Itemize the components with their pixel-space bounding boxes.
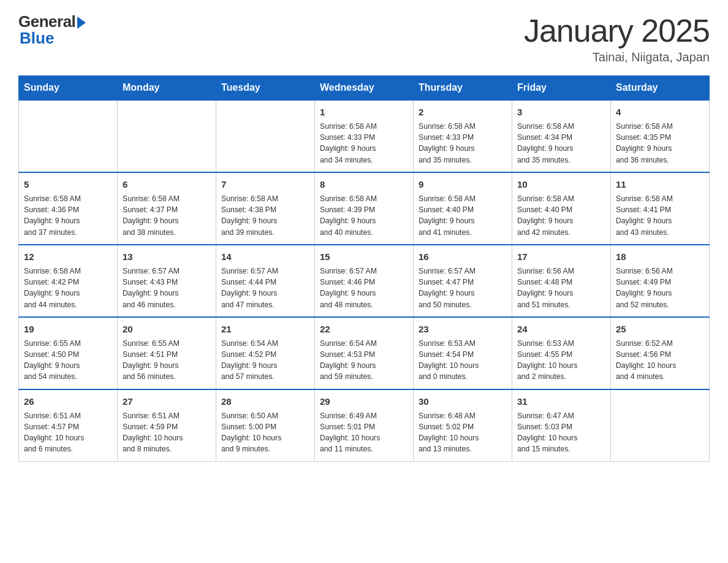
day-number: 6 <box>123 178 211 191</box>
day-cell-21: 21Sunrise: 6:54 AM Sunset: 4:52 PM Dayli… <box>216 317 315 389</box>
day-info: Sunrise: 6:58 AM Sunset: 4:33 PM Dayligh… <box>320 122 377 164</box>
day-cell-25: 25Sunrise: 6:52 AM Sunset: 4:56 PM Dayli… <box>611 317 710 389</box>
header-cell-sunday: Sunday <box>19 76 118 101</box>
day-cell-18: 18Sunrise: 6:56 AM Sunset: 4:49 PM Dayli… <box>611 245 710 317</box>
day-cell-1: 1Sunrise: 6:58 AM Sunset: 4:33 PM Daylig… <box>315 100 414 172</box>
day-cell-16: 16Sunrise: 6:57 AM Sunset: 4:47 PM Dayli… <box>414 245 512 317</box>
day-info: Sunrise: 6:49 AM Sunset: 5:01 PM Dayligh… <box>320 412 380 454</box>
day-number: 19 <box>24 323 112 336</box>
logo-blue-text: Blue <box>18 29 54 48</box>
calendar-title: January 2025 <box>524 12 710 49</box>
day-number: 27 <box>123 395 211 408</box>
day-number: 21 <box>221 323 309 336</box>
day-info: Sunrise: 6:58 AM Sunset: 4:40 PM Dayligh… <box>419 194 476 237</box>
day-number: 7 <box>221 178 309 191</box>
day-info: Sunrise: 6:57 AM Sunset: 4:43 PM Dayligh… <box>123 267 180 309</box>
day-info: Sunrise: 6:58 AM Sunset: 4:35 PM Dayligh… <box>616 122 673 164</box>
day-cell-11: 11Sunrise: 6:58 AM Sunset: 4:41 PM Dayli… <box>611 172 710 245</box>
page-header: General Blue January 2025 Tainai, Niigat… <box>18 12 710 64</box>
day-info: Sunrise: 6:58 AM Sunset: 4:38 PM Dayligh… <box>221 194 278 237</box>
day-number: 3 <box>517 105 605 119</box>
day-cell-26: 26Sunrise: 6:51 AM Sunset: 4:57 PM Dayli… <box>19 389 118 461</box>
header-cell-saturday: Saturday <box>611 76 710 101</box>
day-info: Sunrise: 6:57 AM Sunset: 4:47 PM Dayligh… <box>419 267 476 309</box>
day-number: 10 <box>517 178 605 191</box>
empty-cell <box>19 100 118 172</box>
day-cell-30: 30Sunrise: 6:48 AM Sunset: 5:02 PM Dayli… <box>414 389 512 461</box>
day-cell-8: 8Sunrise: 6:58 AM Sunset: 4:39 PM Daylig… <box>315 172 414 245</box>
title-block: January 2025 Tainai, Niigata, Japan <box>524 12 710 64</box>
day-number: 15 <box>320 250 408 264</box>
empty-cell <box>118 100 216 172</box>
week-row-4: 19Sunrise: 6:55 AM Sunset: 4:50 PM Dayli… <box>19 317 710 389</box>
header-cell-friday: Friday <box>512 76 611 101</box>
day-cell-20: 20Sunrise: 6:55 AM Sunset: 4:51 PM Dayli… <box>118 317 216 389</box>
empty-cell <box>611 389 710 461</box>
day-info: Sunrise: 6:58 AM Sunset: 4:40 PM Dayligh… <box>517 194 574 237</box>
day-info: Sunrise: 6:58 AM Sunset: 4:37 PM Dayligh… <box>123 194 180 237</box>
empty-cell <box>216 100 315 172</box>
day-number: 29 <box>320 395 408 408</box>
day-cell-17: 17Sunrise: 6:56 AM Sunset: 4:48 PM Dayli… <box>512 245 611 317</box>
day-info: Sunrise: 6:52 AM Sunset: 4:56 PM Dayligh… <box>616 339 676 381</box>
day-info: Sunrise: 6:58 AM Sunset: 4:34 PM Dayligh… <box>517 122 574 164</box>
header-cell-wednesday: Wednesday <box>315 76 414 101</box>
day-cell-28: 28Sunrise: 6:50 AM Sunset: 5:00 PM Dayli… <box>216 389 315 461</box>
day-info: Sunrise: 6:57 AM Sunset: 4:44 PM Dayligh… <box>221 267 278 309</box>
week-row-5: 26Sunrise: 6:51 AM Sunset: 4:57 PM Dayli… <box>19 389 710 461</box>
day-cell-15: 15Sunrise: 6:57 AM Sunset: 4:46 PM Dayli… <box>315 245 414 317</box>
day-info: Sunrise: 6:58 AM Sunset: 4:39 PM Dayligh… <box>320 194 377 237</box>
calendar-body: 1Sunrise: 6:58 AM Sunset: 4:33 PM Daylig… <box>19 100 710 461</box>
day-info: Sunrise: 6:51 AM Sunset: 4:59 PM Dayligh… <box>123 412 183 454</box>
day-number: 2 <box>419 105 507 119</box>
header-cell-thursday: Thursday <box>414 76 512 101</box>
day-info: Sunrise: 6:56 AM Sunset: 4:49 PM Dayligh… <box>616 267 673 309</box>
header-cell-tuesday: Tuesday <box>216 76 315 101</box>
day-number: 14 <box>221 250 309 264</box>
day-cell-13: 13Sunrise: 6:57 AM Sunset: 4:43 PM Dayli… <box>118 245 216 317</box>
day-info: Sunrise: 6:55 AM Sunset: 4:51 PM Dayligh… <box>123 339 180 381</box>
day-info: Sunrise: 6:54 AM Sunset: 4:53 PM Dayligh… <box>320 339 377 381</box>
day-number: 8 <box>320 178 408 191</box>
day-number: 25 <box>616 323 704 336</box>
day-info: Sunrise: 6:58 AM Sunset: 4:33 PM Dayligh… <box>419 122 476 164</box>
day-info: Sunrise: 6:54 AM Sunset: 4:52 PM Dayligh… <box>221 339 278 381</box>
day-number: 9 <box>419 178 507 191</box>
day-info: Sunrise: 6:53 AM Sunset: 4:55 PM Dayligh… <box>517 339 577 381</box>
day-cell-2: 2Sunrise: 6:58 AM Sunset: 4:33 PM Daylig… <box>414 100 512 172</box>
day-cell-6: 6Sunrise: 6:58 AM Sunset: 4:37 PM Daylig… <box>118 172 216 245</box>
day-number: 13 <box>123 250 211 264</box>
day-info: Sunrise: 6:56 AM Sunset: 4:48 PM Dayligh… <box>517 267 574 309</box>
day-info: Sunrise: 6:58 AM Sunset: 4:36 PM Dayligh… <box>24 194 81 237</box>
day-number: 11 <box>616 178 704 191</box>
day-info: Sunrise: 6:55 AM Sunset: 4:50 PM Dayligh… <box>24 339 81 381</box>
day-info: Sunrise: 6:47 AM Sunset: 5:03 PM Dayligh… <box>517 412 577 454</box>
calendar-header: SundayMondayTuesdayWednesdayThursdayFrid… <box>19 76 710 101</box>
day-info: Sunrise: 6:57 AM Sunset: 4:46 PM Dayligh… <box>320 267 377 309</box>
day-cell-4: 4Sunrise: 6:58 AM Sunset: 4:35 PM Daylig… <box>611 100 710 172</box>
day-number: 20 <box>123 323 211 336</box>
day-number: 23 <box>419 323 507 336</box>
day-number: 31 <box>517 395 605 408</box>
day-number: 28 <box>221 395 309 408</box>
week-row-3: 12Sunrise: 6:58 AM Sunset: 4:42 PM Dayli… <box>19 245 710 317</box>
day-cell-14: 14Sunrise: 6:57 AM Sunset: 4:44 PM Dayli… <box>216 245 315 317</box>
day-cell-31: 31Sunrise: 6:47 AM Sunset: 5:03 PM Dayli… <box>512 389 611 461</box>
header-row: SundayMondayTuesdayWednesdayThursdayFrid… <box>19 76 710 101</box>
day-cell-19: 19Sunrise: 6:55 AM Sunset: 4:50 PM Dayli… <box>19 317 118 389</box>
logo: General Blue <box>18 12 86 48</box>
day-number: 24 <box>517 323 605 336</box>
day-cell-29: 29Sunrise: 6:49 AM Sunset: 5:01 PM Dayli… <box>315 389 414 461</box>
day-info: Sunrise: 6:51 AM Sunset: 4:57 PM Dayligh… <box>24 412 84 454</box>
day-cell-3: 3Sunrise: 6:58 AM Sunset: 4:34 PM Daylig… <box>512 100 611 172</box>
day-info: Sunrise: 6:53 AM Sunset: 4:54 PM Dayligh… <box>419 339 479 381</box>
day-cell-5: 5Sunrise: 6:58 AM Sunset: 4:36 PM Daylig… <box>19 172 118 245</box>
day-cell-12: 12Sunrise: 6:58 AM Sunset: 4:42 PM Dayli… <box>19 245 118 317</box>
day-cell-27: 27Sunrise: 6:51 AM Sunset: 4:59 PM Dayli… <box>118 389 216 461</box>
day-number: 18 <box>616 250 704 264</box>
week-row-2: 5Sunrise: 6:58 AM Sunset: 4:36 PM Daylig… <box>19 172 710 245</box>
day-cell-23: 23Sunrise: 6:53 AM Sunset: 4:54 PM Dayli… <box>414 317 512 389</box>
day-number: 22 <box>320 323 408 336</box>
calendar-table: SundayMondayTuesdayWednesdayThursdayFrid… <box>18 75 710 462</box>
day-number: 1 <box>320 105 408 119</box>
